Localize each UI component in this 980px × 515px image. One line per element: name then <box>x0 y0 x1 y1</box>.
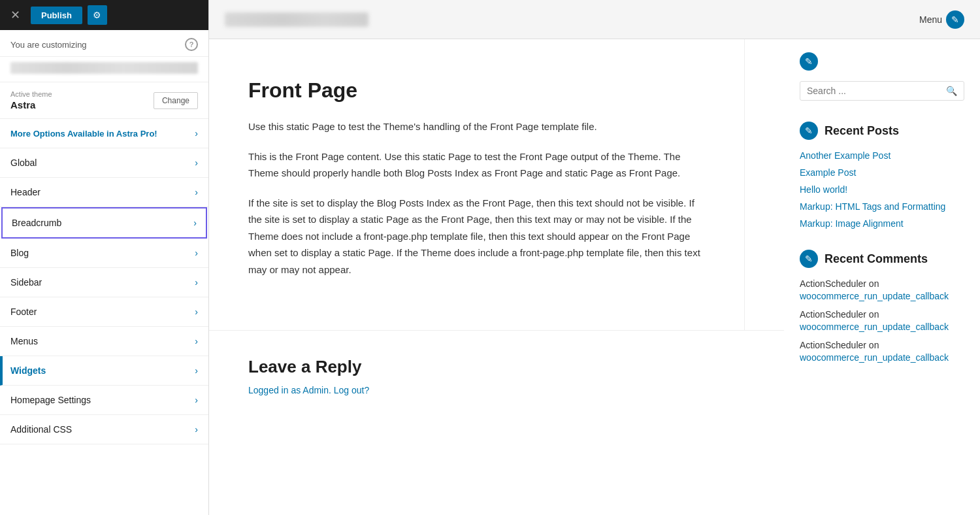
sidebar-item-additional-css[interactable]: Additional CSS › <box>0 415 208 444</box>
sidebar-item-homepage-settings[interactable]: Homepage Settings › <box>0 386 208 415</box>
recent-post-link-2[interactable]: Example Post <box>800 167 856 178</box>
sidebar-item-blog[interactable]: Blog › <box>0 239 208 268</box>
comment-link-anchor-2[interactable]: woocommerce_run_update_callback <box>800 322 949 332</box>
list-item: Another Example Post <box>800 150 964 161</box>
sidebar-item-header[interactable]: Header › <box>0 178 208 207</box>
sidebar-item-global[interactable]: Global › <box>0 148 208 178</box>
sidebar-item-label-blog: Blog <box>10 248 29 258</box>
customizer-panel: ✕ Publish ⚙ You are customizing ? Active… <box>0 0 209 515</box>
recent-comments-header: ✎ Recent Comments <box>800 250 964 268</box>
article-para-3: If the site is set to display the Blog P… <box>248 195 705 278</box>
logged-in-text: Logged in as Admin. Log out? <box>248 385 745 395</box>
logged-in-link[interactable]: Logged in as Admin. <box>248 385 331 395</box>
logout-link[interactable]: Log out? <box>334 385 370 395</box>
chevron-breadcrumb: › <box>193 218 197 228</box>
chevron-blog: › <box>195 248 198 258</box>
comment-link-1: woocommerce_run_update_callback <box>800 291 964 301</box>
search-widget-header: ✎ <box>800 52 964 71</box>
sidebar-item-label-menus: Menus <box>10 336 38 346</box>
search-pencil-icon: ✎ <box>800 52 818 71</box>
sidebar-item-sidebar[interactable]: Sidebar › <box>0 268 208 297</box>
article-title: Front Page <box>248 78 705 103</box>
chevron-additional-css: › <box>195 424 198 435</box>
sidebar-item-menus[interactable]: Menus › <box>0 327 208 356</box>
sidebar-item-breadcrumb[interactable]: Breadcrumb › <box>1 207 207 239</box>
chevron-footer: › <box>195 307 198 317</box>
recent-post-link-3[interactable]: Hello world! <box>800 184 847 195</box>
astra-pro-banner[interactable]: More Options Available in Astra Pro! › <box>0 119 208 148</box>
customizer-header: ✕ Publish ⚙ <box>0 0 208 30</box>
list-item: Markup: Image Alignment <box>800 218 964 229</box>
menu-link[interactable]: Menu ✎ <box>919 10 964 29</box>
main-article: Front Page Use this static Page to test … <box>209 39 745 330</box>
leave-reply-section: Leave a Reply Logged in as Admin. Log ou… <box>209 330 784 422</box>
search-box: 🔍 <box>800 81 964 101</box>
recent-post-link-5[interactable]: Markup: Image Alignment <box>800 218 904 229</box>
help-icon[interactable]: ? <box>185 38 198 51</box>
settings-button[interactable]: ⚙ <box>88 5 107 25</box>
main-content: Menu ✎ Front Page Use this static Page t… <box>209 0 980 515</box>
chevron-menus: › <box>195 336 198 346</box>
sidebar-item-label-widgets: Widgets <box>10 365 46 376</box>
menu-label: Menu <box>919 14 942 25</box>
list-item: ActionScheduler on woocommerce_run_updat… <box>800 278 964 301</box>
recent-posts-title: Recent Posts <box>825 124 899 138</box>
chevron-sidebar: › <box>195 277 198 288</box>
sidebar-item-label-footer: Footer <box>10 307 37 317</box>
site-logo <box>225 12 368 27</box>
article-para-1: Use this static Page to test the Theme's… <box>248 118 705 135</box>
change-theme-button[interactable]: Change <box>154 92 198 109</box>
site-preview-bar <box>0 57 208 82</box>
article-body: Use this static Page to test the Theme's… <box>248 118 705 278</box>
recent-post-link-4[interactable]: Markup: HTML Tags and Formatting <box>800 201 945 212</box>
content-area: Front Page Use this static Page to test … <box>209 39 980 515</box>
chevron-widgets: › <box>195 365 198 376</box>
sidebar-item-label-breadcrumb: Breadcrumb <box>12 218 61 228</box>
comment-link-2: woocommerce_run_update_callback <box>800 322 964 332</box>
active-theme-name: Astra <box>10 99 35 110</box>
article-para-2: This is the Front Page content. Use this… <box>248 148 705 182</box>
article-wrapper: Front Page Use this static Page to test … <box>209 39 784 515</box>
site-header: Menu ✎ <box>209 0 980 39</box>
list-item: ActionScheduler on woocommerce_run_updat… <box>800 309 964 332</box>
right-sidebar: ✎ 🔍 ✎ Recent Posts Another Example Post … <box>784 39 980 515</box>
close-button[interactable]: ✕ <box>5 7 25 24</box>
list-item: ActionScheduler on woocommerce_run_updat… <box>800 340 964 363</box>
customizing-label: You are customizing <box>10 40 87 50</box>
pencil-icon: ✎ <box>946 10 964 29</box>
list-item: Example Post <box>800 167 964 178</box>
comment-link-anchor-1[interactable]: woocommerce_run_update_callback <box>800 291 949 301</box>
comment-author-1: ActionScheduler on <box>800 278 964 289</box>
leave-reply-title: Leave a Reply <box>248 357 745 377</box>
active-theme-info: Active theme Astra <box>10 90 52 110</box>
recent-post-link-1[interactable]: Another Example Post <box>800 150 890 161</box>
recent-comments-pencil-icon: ✎ <box>800 250 818 268</box>
comment-link-3: woocommerce_run_update_callback <box>800 352 964 363</box>
chevron-header: › <box>195 187 198 197</box>
sidebar-item-label-homepage-settings: Homepage Settings <box>10 395 91 405</box>
search-widget: ✎ 🔍 <box>800 52 964 101</box>
active-theme-label: Active theme <box>10 90 52 98</box>
comment-author-3: ActionScheduler on <box>800 340 964 350</box>
sidebar-item-widgets[interactable]: Widgets › <box>0 356 208 386</box>
customizing-row: You are customizing ? <box>0 30 208 57</box>
active-theme-section: Active theme Astra Change <box>0 82 208 119</box>
sidebar-item-label-additional-css: Additional CSS <box>10 424 72 435</box>
sidebar-item-footer[interactable]: Footer › <box>0 297 208 327</box>
recent-comments-widget: ✎ Recent Comments ActionScheduler on woo… <box>800 250 964 363</box>
sidebar-item-label-global: Global <box>10 158 37 168</box>
publish-button[interactable]: Publish <box>31 7 82 24</box>
comment-author-2: ActionScheduler on <box>800 309 964 320</box>
list-item: Hello world! <box>800 184 964 195</box>
astra-pro-text: More Options Available in Astra Pro! <box>10 129 157 139</box>
sidebar-item-label-sidebar: Sidebar <box>10 277 42 288</box>
recent-posts-pencil-icon: ✎ <box>800 122 818 140</box>
site-preview-blur <box>10 62 198 74</box>
comment-link-anchor-3[interactable]: woocommerce_run_update_callback <box>800 352 949 363</box>
chevron-global: › <box>195 158 198 168</box>
list-item: Markup: HTML Tags and Formatting <box>800 201 964 212</box>
recent-comments-list: ActionScheduler on woocommerce_run_updat… <box>800 278 964 363</box>
search-input[interactable] <box>807 86 941 96</box>
search-button[interactable]: 🔍 <box>946 86 957 96</box>
recent-comments-title: Recent Comments <box>825 252 928 266</box>
